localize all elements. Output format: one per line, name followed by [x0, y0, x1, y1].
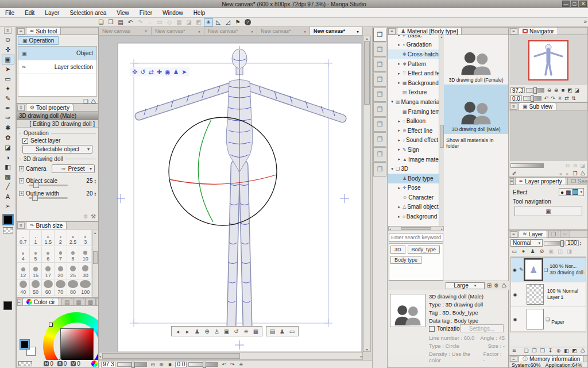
material-tree-item[interactable]: ▸✛Pose — [388, 183, 443, 193]
help-icon[interactable]: ? — [243, 18, 252, 26]
tool-button[interactable]: ╱ — [2, 182, 14, 191]
toolbar-icon[interactable]: ✳ — [204, 18, 213, 26]
object-scale-slider[interactable] — [29, 185, 68, 186]
collapsed-palette-tab[interactable]: ▤ — [61, 298, 72, 305]
opacity-spinner[interactable]: ▴▾ — [580, 241, 582, 246]
outline-width-value[interactable]: 20 — [86, 190, 92, 197]
expand-camera-icon[interactable]: + — [19, 166, 24, 171]
scroll-left-icon[interactable]: ◂ — [99, 354, 101, 358]
main-color-swatch[interactable] — [20, 340, 29, 349]
navigator-zoom-slider[interactable] — [526, 88, 544, 93]
tree-arrow-icon[interactable]: ▸ — [397, 80, 401, 85]
layer-visibility-icon[interactable]: ◉ — [512, 317, 519, 322]
brush-size-cell[interactable]: 30 — [79, 263, 92, 279]
selectable-object-dropdown[interactable]: Selectable object▾ — [22, 145, 92, 154]
material-tree-item[interactable]: ▸◌Balloon — [388, 116, 443, 126]
subtool-tab[interactable]: ✒Sub tool — [26, 27, 61, 34]
status-rotate-icon[interactable]: ↷ — [229, 361, 236, 368]
subview-zoom-slider[interactable] — [510, 163, 544, 168]
opacity-value[interactable]: 100 — [566, 240, 579, 246]
brush-size-cell[interactable]: 50 — [30, 280, 42, 296]
subview-tab[interactable]: ▣Sub view — [519, 102, 556, 110]
tool-button[interactable]: ◑ — [2, 152, 14, 162]
transparent-swatch[interactable] — [18, 361, 32, 366]
material-folder-button[interactable]: ❐ — [373, 117, 386, 132]
brush-size-cell[interactable]: 25 — [67, 263, 80, 279]
palette-menu-button[interactable]: ≡ — [510, 231, 517, 237]
menu-item[interactable]: Edit — [20, 10, 40, 16]
toolbar-overflow-icon[interactable]: » — [583, 18, 587, 25]
tool-button[interactable]: ◪ — [2, 143, 14, 152]
brush-size-cell[interactable]: 2 — [55, 230, 67, 246]
tool-button[interactable]: ✱ — [2, 123, 14, 133]
3d-manip-icon[interactable]: ♟ — [173, 68, 179, 76]
toolbar-icon[interactable]: ◺ — [214, 18, 223, 26]
layer-row[interactable]: ◉ ✎ ♟ ❑ 100 % Nor...3D drawing doll (M — [511, 258, 586, 282]
menu-item[interactable]: Filter — [134, 10, 157, 16]
subview-eyedropper-icon[interactable]: ✐ — [510, 170, 518, 177]
tree-arrow-icon[interactable]: ▸ — [397, 35, 401, 37]
material-tree-item[interactable]: ☺Character — [388, 193, 443, 202]
toolbar-icon[interactable]: ❏ — [96, 18, 106, 26]
scroll-down-icon[interactable]: ▾ — [366, 347, 368, 351]
launcher-icon[interactable]: ↺ — [232, 328, 241, 335]
material-folder-button[interactable]: ❐ — [373, 28, 386, 42]
launcher-icon[interactable]: ▣ — [222, 328, 231, 335]
palette-menu-button[interactable]: ≡ — [17, 299, 21, 305]
subview-preview-area[interactable] — [510, 110, 587, 161]
navigator-zoom-icon[interactable]: ◩ — [566, 87, 573, 94]
thumbnail-size-dropdown[interactable]: Large▾ — [446, 282, 485, 289]
tool-property-settings-icon[interactable]: ⚙ — [83, 213, 88, 220]
layer-row[interactable]: ◉ ❏ Paper — [511, 307, 586, 332]
object-scale-value[interactable]: 25 — [86, 178, 92, 184]
tree-arrow-icon[interactable]: ▸ — [397, 214, 401, 219]
material-folder-button[interactable]: ❐ — [373, 102, 386, 117]
navigator-zoom-icon[interactable]: ■ — [559, 87, 566, 94]
3d-manip-icon[interactable]: ⇄ — [148, 68, 153, 76]
material-tag[interactable]: Body_type — [408, 246, 440, 254]
tool-button[interactable]: ✦ — [2, 84, 14, 94]
brush-size-cell[interactable]: 80 — [67, 280, 80, 296]
material-tree-item[interactable]: ▸▦Background — [388, 78, 443, 88]
tool-button[interactable]: ▣ — [2, 55, 14, 64]
toolbar-icon[interactable]: ↶ — [126, 18, 135, 26]
launcher-icon[interactable]: ⊕ — [203, 328, 211, 335]
subview-zoom-icon[interactable]: ⊕ — [571, 162, 579, 169]
subview-nav-icon[interactable]: ◂ — [556, 170, 564, 177]
material-tree-item[interactable]: ▸♡Effect and fellin — [388, 68, 443, 78]
launcher-icon[interactable]: ▤ — [268, 328, 277, 335]
brush-size-cell[interactable]: 8 — [67, 247, 80, 263]
tool-navigation-button[interactable]: ▣ — [514, 206, 582, 216]
tree-arrow-icon[interactable]: ▸ — [397, 147, 401, 152]
brush-size-cell[interactable]: 3 — [79, 230, 92, 246]
material-tree-item[interactable]: ▸◖Gradation — [388, 40, 443, 50]
material-tree-item[interactable]: ▸♪Sound effect — [388, 136, 443, 145]
material-item[interactable]: 3D drawing doll (Male) — [444, 85, 508, 134]
material-folder-button[interactable]: ❐ — [373, 72, 386, 87]
layer-header-icon[interactable]: ● — [520, 248, 527, 255]
material-tab[interactable]: ♟Material [Body type] — [397, 27, 462, 34]
canvas-tab-mark[interactable]: ● — [198, 29, 200, 33]
canvas-tab[interactable]: New canvas*● — [310, 27, 363, 35]
layer-header-icon[interactable]: ▭ — [510, 248, 518, 255]
scrollbar-thumb[interactable] — [93, 251, 98, 264]
brush-size-cell[interactable]: 12 — [17, 263, 30, 279]
menu-item[interactable]: File — [0, 10, 20, 16]
brush-size-cell[interactable]: 20 — [55, 263, 67, 279]
material-tag[interactable]: Body type — [390, 256, 421, 264]
expand-object-scale-icon[interactable]: + — [19, 178, 24, 183]
minimize-button[interactable]: — — [562, 1, 570, 7]
canvas-tab-mark[interactable]: ● — [251, 29, 253, 33]
saturation-value-square[interactable] — [60, 328, 94, 362]
material-action-icon[interactable]: ⚙ — [494, 282, 499, 289]
close-button[interactable]: ✕ — [579, 1, 587, 7]
tool-button[interactable]: ✑ — [2, 113, 14, 123]
tree-arrow-icon[interactable]: ▸ — [397, 43, 401, 47]
launcher-icon[interactable]: ✳ — [242, 328, 250, 335]
tool-button[interactable]: ➤ — [2, 64, 14, 74]
scrollbar-thumb[interactable] — [102, 353, 240, 359]
navigator-page-thumbnail[interactable] — [528, 40, 568, 80]
navigator-rotate-icon[interactable]: ⇄ — [563, 95, 570, 102]
zoom-value[interactable]: 97.3 — [101, 362, 115, 367]
toolbar-icon[interactable]: ◿ — [223, 18, 233, 26]
